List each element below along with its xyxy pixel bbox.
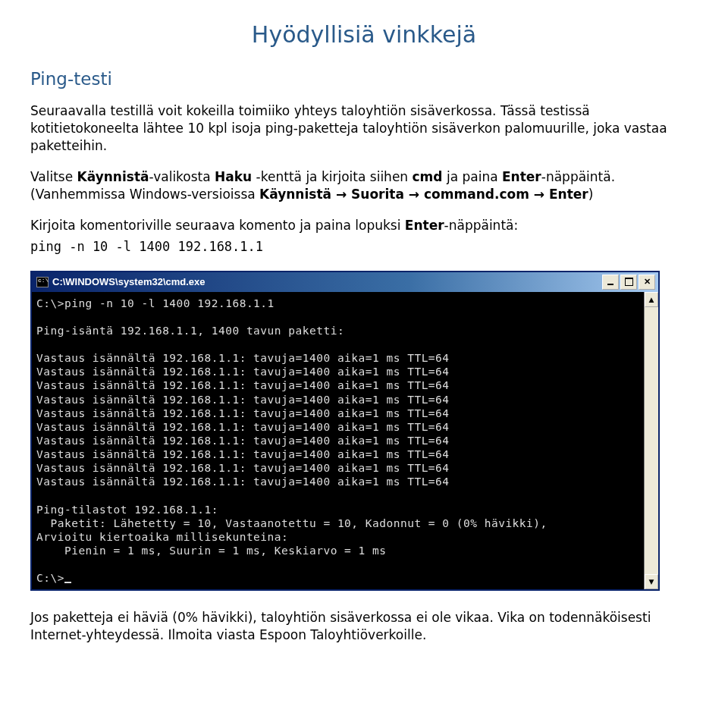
cmd-window: c:\ C:\WINDOWS\system32\cmd.exe ✕ C:\>pi…	[30, 271, 660, 592]
window-caption: C:\WINDOWS\system32\cmd.exe	[52, 276, 601, 287]
scroll-up-button[interactable]: ▲	[645, 292, 658, 307]
bold: cmd	[413, 169, 443, 184]
paragraph-footer: Jos paketteja ei häviä (0% hävikki), tal…	[30, 609, 698, 644]
text: )	[588, 187, 594, 202]
minimize-button[interactable]	[602, 275, 619, 290]
text: ja paina	[443, 169, 502, 184]
text: Valitse	[30, 169, 77, 184]
scroll-down-button[interactable]: ▼	[645, 574, 658, 589]
text: -näppäintä:	[444, 218, 519, 233]
text: -kenttä ja kirjoita siihen	[252, 169, 412, 184]
bold: Enter	[405, 218, 444, 233]
text: Kirjoita komentoriville seuraava komento…	[30, 218, 405, 233]
section-subtitle: Ping-testi	[30, 69, 698, 89]
bold: Käynnistä	[77, 169, 149, 184]
titlebar[interactable]: c:\ C:\WINDOWS\system32\cmd.exe ✕	[32, 272, 658, 292]
bold: Haku	[215, 169, 252, 184]
cmd-icon: c:\	[36, 277, 49, 287]
console-output[interactable]: C:\>ping -n 10 -l 1400 192.168.1.1 Ping-…	[32, 292, 644, 590]
maximize-icon	[625, 278, 633, 286]
scrollbar[interactable]: ▲ ▼	[644, 292, 658, 590]
close-button[interactable]: ✕	[639, 275, 655, 290]
scroll-track[interactable]	[645, 307, 658, 575]
minimize-icon	[607, 284, 613, 285]
paragraph-instructions-1: Valitse Käynnistä-valikosta Haku -kenttä…	[30, 168, 698, 203]
paragraph-instructions-2: Kirjoita komentoriville seuraava komento…	[30, 217, 698, 234]
cursor	[64, 582, 71, 583]
command-example: ping -n 10 -l 1400 192.168.1.1	[30, 239, 698, 254]
page-title: Hyödyllisiä vinkkejä	[30, 21, 698, 48]
maximize-button[interactable]	[620, 275, 637, 290]
close-icon: ✕	[644, 277, 651, 287]
paragraph-intro: Seuraavalla testillä voit kokeilla toimi…	[30, 102, 698, 155]
bold: Enter	[502, 169, 541, 184]
text: -valikosta	[149, 169, 215, 184]
bold: Käynnistä → Suorita → command.com → Ente…	[259, 187, 588, 202]
